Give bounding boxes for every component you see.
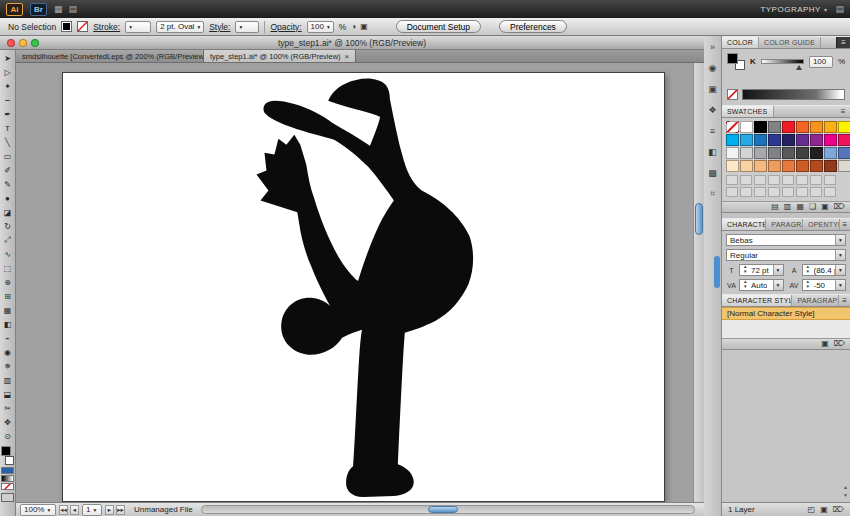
empty-swatch-slot[interactable] bbox=[810, 187, 822, 197]
swatch[interactable] bbox=[726, 147, 739, 159]
transparency-panel-icon[interactable]: ▩ bbox=[706, 166, 720, 179]
mesh-tool[interactable]: ▦ bbox=[0, 303, 15, 317]
empty-swatch-slot[interactable] bbox=[740, 187, 752, 197]
panel-menu-icon[interactable] bbox=[836, 37, 850, 48]
document-titlebar[interactable]: type_step1.ai* @ 100% (RGB/Preview) bbox=[0, 36, 704, 50]
view-options-icon[interactable]: ▤ bbox=[69, 5, 78, 14]
document-setup-button[interactable]: Document Setup bbox=[396, 20, 481, 33]
brush-definition-select[interactable]: 2 pt. Oval bbox=[156, 21, 204, 33]
swatch[interactable] bbox=[824, 121, 837, 133]
new-style-icon[interactable]: ▣ bbox=[821, 340, 829, 348]
swatch-libraries-icon[interactable]: ▤ bbox=[771, 203, 779, 211]
horizontal-scrollbar-thumb[interactable] bbox=[428, 506, 458, 513]
swatch[interactable] bbox=[824, 147, 837, 159]
swatch[interactable] bbox=[726, 160, 739, 172]
column-graph-tool[interactable]: ▥ bbox=[0, 373, 15, 387]
empty-swatch-slot[interactable] bbox=[782, 187, 794, 197]
swatch[interactable] bbox=[782, 160, 795, 172]
blob-brush-tool[interactable]: ● bbox=[0, 191, 15, 205]
shape-builder-tool[interactable]: ⊕ bbox=[0, 275, 15, 289]
fill-box[interactable] bbox=[727, 53, 738, 64]
swatch[interactable] bbox=[810, 160, 823, 172]
empty-swatch-slot[interactable] bbox=[754, 175, 766, 185]
eraser-tool[interactable]: ◪ bbox=[0, 205, 15, 219]
new-swatch-group-icon[interactable]: ❏ bbox=[809, 203, 816, 211]
none-color-chip[interactable] bbox=[727, 89, 738, 100]
slice-tool[interactable]: ✂ bbox=[0, 401, 15, 415]
opacity-select[interactable]: 100 bbox=[307, 21, 334, 33]
stepper-icon[interactable] bbox=[806, 265, 814, 275]
swatch[interactable] bbox=[768, 160, 781, 172]
screen-mode-button[interactable] bbox=[1, 493, 14, 502]
pencil-tool[interactable]: ✎ bbox=[0, 177, 15, 191]
font-size-field[interactable]: 72 pt bbox=[739, 264, 784, 276]
rectangle-tool[interactable]: ▭ bbox=[0, 149, 15, 163]
delete-style-icon[interactable]: ⌦ bbox=[834, 340, 845, 348]
next-page-icon[interactable]: ▸ bbox=[105, 505, 114, 515]
artboard-tool[interactable]: ⬓ bbox=[0, 387, 15, 401]
stepper-icon[interactable] bbox=[806, 280, 814, 290]
empty-swatch-slot[interactable] bbox=[768, 175, 780, 185]
new-layer-icon[interactable]: ▣ bbox=[820, 506, 828, 514]
scale-tool[interactable]: ⤢ bbox=[0, 233, 15, 247]
zoom-tool[interactable]: ⊙ bbox=[0, 429, 15, 443]
panel-menu-icon[interactable] bbox=[840, 219, 850, 230]
none-mode-button[interactable] bbox=[1, 483, 14, 490]
artboard[interactable] bbox=[62, 72, 665, 502]
delete-swatch-icon[interactable]: ⌦ bbox=[834, 203, 845, 211]
tracking-field[interactable]: -50 bbox=[802, 279, 847, 291]
swatch[interactable] bbox=[768, 134, 781, 146]
lasso-tool[interactable]: ∽ bbox=[0, 93, 15, 107]
tab-character[interactable]: CHARACTER bbox=[722, 219, 766, 230]
horizontal-scrollbar[interactable] bbox=[201, 505, 695, 514]
stroke-panel-icon[interactable]: ≡ bbox=[706, 124, 720, 137]
type-tool[interactable]: T bbox=[0, 121, 15, 135]
panel-menu-icon[interactable] bbox=[839, 295, 850, 306]
swatch[interactable] bbox=[824, 160, 837, 172]
chevron-down-icon[interactable] bbox=[835, 235, 845, 245]
empty-swatch-slot[interactable] bbox=[740, 175, 752, 185]
empty-swatch-slot[interactable] bbox=[768, 187, 780, 197]
swatch[interactable] bbox=[754, 121, 767, 133]
free-transform-tool[interactable]: ⬚ bbox=[0, 261, 15, 275]
chevron-down-icon[interactable] bbox=[835, 280, 845, 290]
fill-box[interactable] bbox=[1, 446, 11, 456]
swatch[interactable] bbox=[782, 121, 795, 133]
style-list-empty-area[interactable] bbox=[722, 320, 850, 338]
tab-character-styles[interactable]: CHARACTER STYLES bbox=[722, 295, 792, 306]
k-value-field[interactable]: 100 bbox=[809, 56, 833, 68]
rotate-tool[interactable]: ↻ bbox=[0, 219, 15, 233]
k-channel-slider[interactable] bbox=[761, 59, 804, 64]
empty-swatch-slot[interactable] bbox=[726, 175, 738, 185]
artboard-number-select[interactable]: 1 bbox=[82, 504, 102, 516]
collapse-dock-icon[interactable]: » bbox=[706, 40, 720, 53]
swatch[interactable] bbox=[796, 134, 809, 146]
canvas[interactable] bbox=[16, 63, 704, 502]
last-page-icon[interactable]: ▸▸ bbox=[116, 505, 125, 515]
empty-swatch-slot[interactable] bbox=[810, 175, 822, 185]
tab-swatches[interactable]: SWATCHES bbox=[722, 106, 774, 117]
font-family-select[interactable]: Bebas bbox=[726, 234, 846, 246]
first-page-icon[interactable]: ◂◂ bbox=[59, 505, 68, 515]
perspective-grid-tool[interactable]: ⊞ bbox=[0, 289, 15, 303]
file-status[interactable]: Unmanaged File bbox=[134, 505, 193, 514]
vertical-scrollbar[interactable] bbox=[693, 63, 704, 502]
swatch[interactable] bbox=[754, 134, 767, 146]
stroke-weight-select[interactable] bbox=[125, 21, 151, 33]
document-tab-smdsilhouette[interactable]: smdsilhouette [ConvertedLeps @ 200% (RGB… bbox=[16, 50, 204, 62]
empty-swatch-slot[interactable] bbox=[824, 187, 836, 197]
close-button[interactable] bbox=[7, 39, 15, 47]
swatch[interactable] bbox=[796, 121, 809, 133]
close-icon[interactable]: × bbox=[345, 52, 350, 61]
swatch[interactable] bbox=[796, 147, 809, 159]
swatch[interactable] bbox=[838, 147, 850, 159]
slider-handle-icon[interactable] bbox=[796, 65, 802, 70]
empty-swatch-slot[interactable] bbox=[726, 187, 738, 197]
chevron-down-icon[interactable] bbox=[773, 265, 783, 275]
gradient-mode-button[interactable] bbox=[1, 475, 14, 482]
illustrator-app-icon[interactable]: Ai bbox=[6, 3, 23, 16]
color-mode-button[interactable] bbox=[1, 467, 14, 474]
vertical-scrollbar-thumb[interactable] bbox=[695, 203, 703, 235]
chevron-down-icon[interactable] bbox=[835, 250, 845, 260]
swatch[interactable] bbox=[754, 160, 767, 172]
